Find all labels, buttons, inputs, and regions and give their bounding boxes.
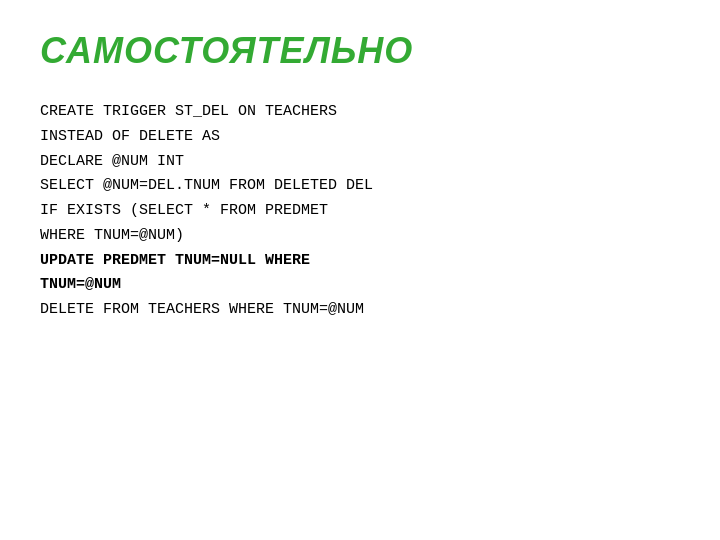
code-line-4: IF EXISTS (SELECT * FROM PREDMET <box>40 199 680 224</box>
code-line-0: CREATE TRIGGER ST_DEL ON TEACHERS <box>40 100 680 125</box>
code-line-7: TNUM=@NUM <box>40 273 680 298</box>
code-line-8: DELETE FROM TEACHERS WHERE TNUM=@NUM <box>40 298 680 323</box>
code-line-5: WHERE TNUM=@NUM) <box>40 224 680 249</box>
code-block: CREATE TRIGGER ST_DEL ON TEACHERSINSTEAD… <box>40 100 680 323</box>
code-line-1: INSTEAD OF DELETE AS <box>40 125 680 150</box>
page-container: САМОСТОЯТЕЛЬНО CREATE TRIGGER ST_DEL ON … <box>0 0 720 540</box>
code-line-2: DECLARE @NUM INT <box>40 150 680 175</box>
page-title: САМОСТОЯТЕЛЬНО <box>40 30 680 72</box>
code-line-3: SELECT @NUM=DEL.TNUM FROM DELETED DEL <box>40 174 680 199</box>
code-line-6: UPDATE PREDMET TNUM=NULL WHERE <box>40 249 680 274</box>
